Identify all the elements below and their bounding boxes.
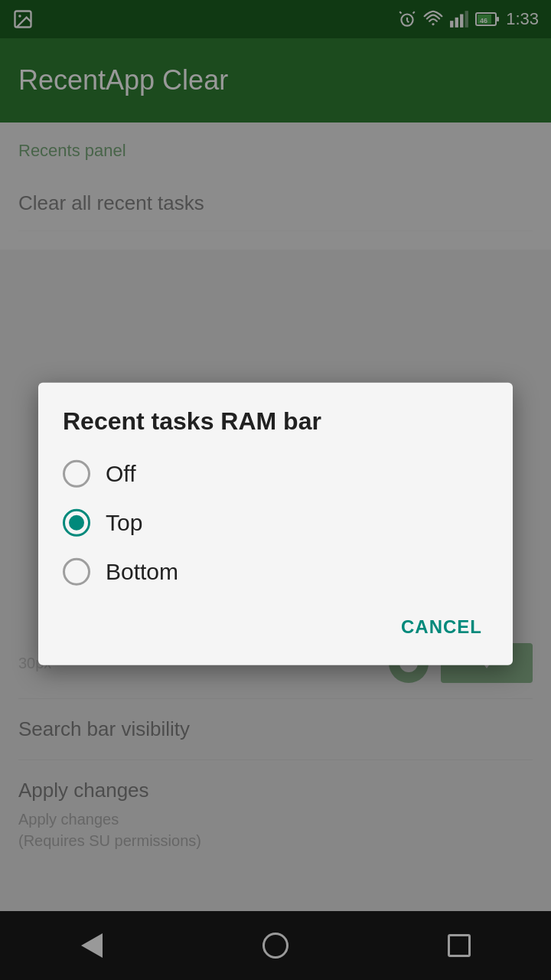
radio-label-off: Off: [106, 461, 135, 487]
radio-option-top[interactable]: Top: [63, 509, 488, 537]
radio-option-off[interactable]: Off: [63, 460, 488, 488]
dialog: Recent tasks RAM bar Off Top Bottom CANC…: [38, 383, 513, 665]
radio-option-bottom[interactable]: Bottom: [63, 558, 488, 586]
dialog-title: Recent tasks RAM bar: [63, 407, 488, 436]
radio-circle-top[interactable]: [63, 509, 90, 537]
radio-label-top: Top: [106, 510, 142, 536]
radio-circle-off[interactable]: [63, 460, 90, 488]
radio-circle-bottom[interactable]: [63, 558, 90, 586]
cancel-button[interactable]: CANCEL: [395, 607, 488, 647]
radio-label-bottom: Bottom: [106, 559, 178, 585]
dialog-actions: CANCEL: [63, 607, 488, 647]
